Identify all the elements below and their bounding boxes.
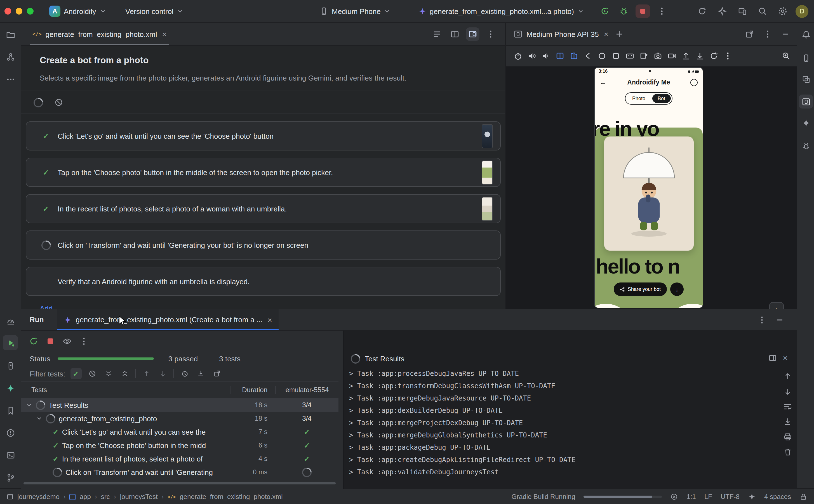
gemini-icon[interactable]: [800, 117, 812, 129]
terminal-tool-icon[interactable]: [4, 449, 16, 461]
print-icon[interactable]: [783, 432, 792, 441]
running-devices-icon[interactable]: [799, 95, 813, 109]
breadcrumb-item[interactable]: src: [101, 493, 110, 501]
console-layout-icon[interactable]: [768, 353, 777, 362]
test-row[interactable]: Click on 'Transform' and wait until 'Gen…: [21, 465, 338, 479]
next-failed-icon[interactable]: [157, 368, 168, 379]
structure-tool-icon[interactable]: [4, 51, 16, 63]
breadcrumb-item[interactable]: journeysTest: [120, 493, 158, 501]
emulator-screen[interactable]: 3:16 ← Androidify Me i: [595, 68, 703, 308]
editor-tab[interactable]: </> generate_from_existing_photo.xml ×: [30, 23, 169, 45]
snapshot-restore-icon[interactable]: [709, 51, 718, 60]
minimize-window-button[interactable]: [16, 8, 22, 15]
run-configuration-selector[interactable]: generate_from_existing_photo.xml...a pho…: [415, 4, 587, 18]
export-test-results-icon[interactable]: [211, 368, 222, 379]
test-row[interactable]: generate_from_existing_photo 18 s 3/4: [21, 412, 338, 425]
step-screenshot-thumbnail[interactable]: [482, 124, 493, 148]
device-selector[interactable]: Medium Phone: [316, 4, 394, 18]
rerun-tests-icon[interactable]: [29, 336, 38, 345]
debug-button[interactable]: [617, 4, 631, 18]
test-row[interactable]: ✓ Tap on the 'Choose photo' button in th…: [21, 439, 338, 452]
expand-all-icon[interactable]: [103, 368, 114, 379]
spark-icon[interactable]: [748, 493, 756, 501]
toggle-bot[interactable]: Bot: [652, 94, 671, 103]
window-controls[interactable]: [4, 8, 34, 15]
file-encoding[interactable]: UTF-8: [721, 493, 740, 501]
hide-panel-icon[interactable]: [778, 27, 793, 41]
project-tool-icon[interactable]: [4, 29, 16, 40]
watch-icon[interactable]: [63, 336, 72, 345]
breadcrumb-item[interactable]: app: [80, 493, 91, 501]
editor-more-icon[interactable]: [484, 27, 497, 41]
screen-record-icon[interactable]: [667, 51, 676, 60]
run-tool-icon[interactable]: [3, 335, 18, 350]
previous-failed-icon[interactable]: [141, 368, 152, 379]
version-control-tool-icon[interactable]: [4, 472, 16, 483]
scroll-to-end-icon[interactable]: [783, 417, 792, 426]
ai-assistant-icon[interactable]: [715, 4, 730, 18]
power-icon[interactable]: [514, 51, 523, 60]
push-file-icon[interactable]: [681, 51, 690, 60]
close-device-tab-icon[interactable]: ×: [604, 30, 608, 38]
test-history-icon[interactable]: [179, 368, 190, 379]
add-step-link[interactable]: Add: [40, 304, 505, 309]
zoom-mode-icon[interactable]: [782, 51, 791, 60]
app-quality-insights-icon[interactable]: [800, 140, 812, 152]
close-run-tab-icon[interactable]: ×: [267, 316, 272, 324]
add-device-tab-icon[interactable]: [612, 27, 626, 41]
column-tests[interactable]: Tests: [21, 386, 230, 394]
app-back-icon[interactable]: ←: [600, 78, 606, 86]
screenshot-icon[interactable]: [653, 51, 662, 60]
scroll-down-icon[interactable]: [783, 387, 792, 396]
device-more-icon[interactable]: [723, 51, 732, 60]
step-screenshot-thumbnail[interactable]: [482, 197, 493, 221]
clear-console-icon[interactable]: [783, 448, 792, 456]
device-manager-icon[interactable]: [735, 4, 750, 18]
chevron-down-icon[interactable]: [36, 415, 43, 422]
back-icon[interactable]: [584, 51, 592, 60]
cancel-journey-icon[interactable]: [54, 98, 63, 107]
fold-closed-icon[interactable]: [570, 51, 578, 60]
app-info-icon[interactable]: i: [690, 79, 698, 86]
soft-wrap-icon[interactable]: [783, 402, 792, 411]
close-window-button[interactable]: [4, 8, 11, 15]
column-device[interactable]: emulator-5554: [275, 386, 338, 394]
toggle-photo[interactable]: Photo: [627, 94, 651, 103]
vcs-selector[interactable]: Version control: [122, 4, 187, 18]
run-tab[interactable]: generate_from_existing_photo.xml (Create…: [57, 309, 279, 330]
gradle-build-label[interactable]: Gradle Build Running: [511, 493, 575, 501]
lock-icon[interactable]: [799, 493, 807, 501]
rerun-button[interactable]: [597, 4, 612, 18]
device-panel-more-icon[interactable]: [760, 27, 775, 41]
close-console-icon[interactable]: ×: [783, 353, 788, 362]
journey-step-card[interactable]: Click on 'Transform' and wait until 'Gen…: [26, 230, 501, 260]
search-icon[interactable]: [755, 4, 770, 18]
journey-step-card[interactable]: Verify that an Android figurine with an …: [26, 267, 501, 296]
hide-run-panel-icon[interactable]: [775, 315, 784, 324]
volume-up-icon[interactable]: [528, 51, 537, 60]
close-tab-icon[interactable]: ×: [162, 30, 166, 38]
test-row[interactable]: ✓ In the recent list of photos, select a…: [21, 452, 338, 465]
scroll-up-icon[interactable]: [783, 372, 792, 381]
show-ignored-filter-icon[interactable]: [86, 368, 98, 379]
problems-tool-icon[interactable]: [4, 427, 16, 439]
journey-step-card[interactable]: ✓ Click 'Let's go' and wait until you ca…: [26, 121, 501, 150]
device-tab[interactable]: Medium Phone API 35 ×: [514, 30, 608, 39]
display-mode-icon[interactable]: [639, 51, 648, 60]
bookmarks-tool-icon[interactable]: [4, 404, 16, 416]
gemini-tool-icon[interactable]: [4, 382, 16, 394]
stop-button[interactable]: [636, 4, 650, 18]
column-duration[interactable]: Duration: [230, 386, 275, 394]
breadcrumb-item[interactable]: generate_from_existing_photo.xml: [180, 493, 283, 501]
cancel-build-icon[interactable]: [671, 493, 678, 501]
more-tool-windows-icon[interactable]: [4, 73, 16, 85]
sync-project-icon[interactable]: [695, 4, 709, 18]
logcat-tool-icon[interactable]: [4, 360, 16, 371]
resource-manager-icon[interactable]: [800, 73, 812, 85]
fold-posture-icon[interactable]: [556, 51, 564, 60]
design-view-icon[interactable]: [466, 27, 479, 41]
open-in-new-window-icon[interactable]: [742, 27, 757, 41]
settings-gear-icon[interactable]: [775, 4, 790, 18]
run-more-icon[interactable]: [757, 315, 766, 324]
indent-setting[interactable]: 4 spaces: [764, 493, 791, 501]
